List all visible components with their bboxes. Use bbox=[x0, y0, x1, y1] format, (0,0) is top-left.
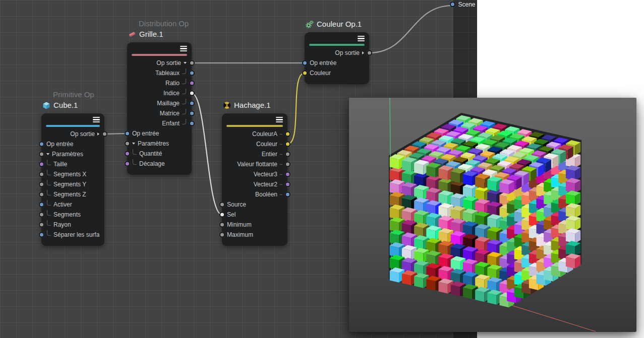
output-row-ratio: Ratio bbox=[127, 78, 192, 88]
port-activer[interactable] bbox=[39, 202, 44, 208]
port-minimum[interactable] bbox=[219, 222, 225, 228]
tree-guide bbox=[47, 220, 51, 226]
input-row-op-entr-e: Op entrée bbox=[127, 128, 192, 139]
port-tableaux[interactable] bbox=[189, 71, 195, 76]
input-row-couleur: Couleur bbox=[305, 68, 369, 78]
port-op-entr-e[interactable] bbox=[125, 131, 130, 137]
output-row-enfant: Enfant bbox=[127, 118, 192, 128]
output-row-entier: Entier bbox=[222, 149, 287, 159]
output-row-bool-en: Booléen bbox=[222, 189, 287, 199]
node-couleurop1[interactable]: Couleur Op.1Op sortieOp entréeCouleur bbox=[305, 32, 369, 84]
output-row-tableaux: Tableaux bbox=[127, 68, 192, 78]
port-arrow-icon[interactable] bbox=[97, 132, 99, 136]
port-maillage[interactable] bbox=[189, 101, 195, 106]
input-row-activer: Activer bbox=[41, 199, 104, 210]
node-grille1[interactable]: Distribution OpGrille.1Op sortieTableaux… bbox=[127, 42, 192, 175]
tree-guide bbox=[182, 79, 186, 84]
input-row-param-tres: Paramètres bbox=[127, 139, 192, 149]
port-tick bbox=[280, 154, 282, 155]
port-entier[interactable] bbox=[285, 152, 290, 157]
scene-port-dot[interactable] bbox=[450, 2, 455, 7]
port-segments[interactable] bbox=[39, 212, 44, 218]
output-row-indice: Indice bbox=[127, 88, 192, 98]
viewport-3d[interactable] bbox=[349, 98, 636, 332]
port-rayon[interactable] bbox=[39, 222, 44, 228]
output-row-vecteur3: Vecteur3 bbox=[222, 169, 287, 179]
port-label: Décalage bbox=[139, 160, 165, 167]
port-op-entr-e[interactable] bbox=[302, 60, 308, 66]
port-enfant[interactable] bbox=[189, 121, 195, 126]
port-s-parer-les-surfa-[interactable] bbox=[39, 232, 44, 238]
output-row-maillage: Maillage bbox=[127, 98, 192, 108]
input-row-taille: Taille bbox=[41, 159, 104, 169]
input-row-param-tres: Paramètres bbox=[41, 149, 104, 159]
output-row-vecteur2: Vecteur2 bbox=[222, 179, 287, 189]
port-label: Segments Y bbox=[53, 181, 86, 188]
port-d-calage[interactable] bbox=[125, 161, 130, 167]
port-taille[interactable] bbox=[39, 162, 44, 167]
port-param-tres[interactable] bbox=[39, 152, 44, 157]
port-sel[interactable] bbox=[219, 212, 225, 218]
tree-guide bbox=[133, 159, 137, 165]
expander-arrow-icon[interactable] bbox=[132, 143, 135, 145]
tree-guide bbox=[182, 99, 186, 104]
port-indice[interactable] bbox=[189, 91, 195, 96]
port-maximum[interactable] bbox=[219, 232, 225, 238]
node-menu-icon[interactable] bbox=[93, 117, 100, 122]
port-ratio[interactable] bbox=[189, 81, 195, 86]
node-menu-icon[interactable] bbox=[358, 36, 365, 41]
tree-guide bbox=[47, 160, 51, 165]
input-row-rayon: Rayon bbox=[41, 220, 104, 230]
port-label: Booléen bbox=[255, 191, 277, 198]
port-tick bbox=[280, 184, 282, 185]
port-op-sortie[interactable] bbox=[367, 50, 372, 56]
node-menu-icon[interactable] bbox=[180, 46, 187, 51]
port-valeur-flottante[interactable] bbox=[285, 162, 290, 167]
input-row-maximum: Maximum bbox=[222, 230, 287, 240]
port-label: Taille bbox=[53, 161, 67, 168]
port-segments-z[interactable] bbox=[39, 192, 44, 197]
port-matrice[interactable] bbox=[189, 111, 195, 116]
input-row-source: Source bbox=[222, 199, 287, 210]
port-op-sortie[interactable] bbox=[102, 131, 107, 137]
port-label: CouleurA bbox=[252, 130, 277, 138]
node-hachage1[interactable]: Hachage.1CouleurACouleurEntierValeur flo… bbox=[222, 113, 287, 246]
tree-guide bbox=[47, 170, 51, 175]
port-vecteur2[interactable] bbox=[285, 182, 290, 187]
input-row-quantit-: Quantité bbox=[127, 149, 192, 159]
input-row-segments-y: Segments Y bbox=[41, 179, 104, 189]
port-label: Tableaux bbox=[155, 70, 180, 77]
port-label: Op sortie bbox=[156, 59, 181, 66]
port-param-tres[interactable] bbox=[125, 141, 130, 147]
port-op-sortie[interactable] bbox=[189, 60, 195, 66]
app-window: Primitive OpCube.1Op sortieOp entréePara… bbox=[0, 0, 644, 338]
expander-arrow-icon[interactable] bbox=[46, 153, 49, 155]
node-menu-icon[interactable] bbox=[276, 117, 283, 122]
tree-guide bbox=[47, 230, 51, 236]
tree-guide bbox=[133, 149, 137, 155]
viewport-render bbox=[349, 98, 636, 332]
port-label: Enfant bbox=[162, 120, 180, 127]
port-arrow-icon[interactable] bbox=[362, 51, 364, 54]
port-tick bbox=[280, 194, 282, 195]
port-label: Op entrée bbox=[310, 59, 336, 66]
port-vecteur3[interactable] bbox=[285, 172, 290, 177]
port-arrow-icon[interactable] bbox=[184, 62, 187, 64]
port-couleur[interactable] bbox=[285, 142, 290, 147]
port-quantit-[interactable] bbox=[125, 151, 130, 157]
port-label: Couleur bbox=[256, 141, 277, 148]
output-row-op-sortie: Op sortie bbox=[305, 48, 369, 58]
port-segments-x[interactable] bbox=[39, 172, 44, 177]
output-row-valeur-flottante: Valeur flottante bbox=[222, 159, 287, 169]
scene-output-port[interactable]: Scene bbox=[450, 1, 476, 8]
port-couleura[interactable] bbox=[285, 131, 290, 137]
port-couleur[interactable] bbox=[302, 71, 308, 76]
port-op-entr-e[interactable] bbox=[39, 142, 44, 147]
port-bool-en[interactable] bbox=[285, 192, 290, 197]
port-label: Ratio bbox=[165, 80, 180, 87]
node-cube1[interactable]: Primitive OpCube.1Op sortieOp entréePara… bbox=[41, 113, 104, 246]
port-label: Segments X bbox=[53, 171, 86, 178]
port-source[interactable] bbox=[219, 202, 225, 208]
port-segments-y[interactable] bbox=[39, 182, 44, 187]
tree-guide bbox=[47, 200, 51, 206]
